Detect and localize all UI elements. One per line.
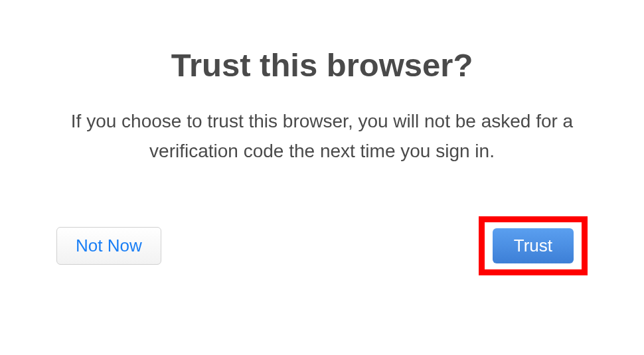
dialog-title: Trust this browser?: [171, 46, 473, 84]
trust-button[interactable]: Trust: [493, 228, 574, 263]
highlight-box: Trust: [479, 216, 588, 275]
button-row: Not Now Trust: [56, 216, 588, 275]
dialog-description: If you choose to trust this browser, you…: [50, 107, 594, 167]
not-now-button[interactable]: Not Now: [56, 227, 161, 265]
